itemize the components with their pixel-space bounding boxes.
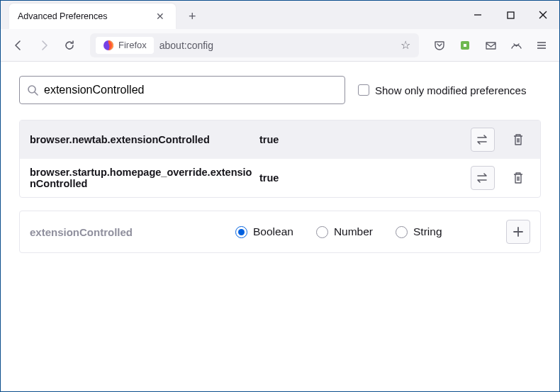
extension-icon: [459, 40, 471, 51]
tab-strip: Advanced Preferences ✕ +: [9, 1, 461, 29]
delete-button[interactable]: [506, 166, 530, 190]
preference-actions: [471, 128, 530, 152]
radio-label: Boolean: [253, 225, 293, 238]
radio-option-boolean[interactable]: Boolean: [235, 225, 293, 238]
preference-row[interactable]: browser.newtab.extensionControlled true: [20, 121, 540, 159]
radio-label: Number: [334, 225, 373, 238]
forward-button[interactable]: [33, 35, 55, 56]
inbox-button[interactable]: [480, 35, 501, 56]
svg-rect-6: [464, 44, 466, 47]
preference-value: true: [257, 134, 471, 145]
reload-button[interactable]: [59, 35, 80, 56]
toggle-button[interactable]: [471, 166, 495, 190]
account-icon: [510, 40, 522, 51]
search-input[interactable]: [44, 84, 337, 96]
about-config-content: Show only modified preferences browser.n…: [1, 62, 559, 267]
radio-option-number[interactable]: Number: [316, 225, 373, 238]
tab-title: Advanced Preferences: [18, 11, 107, 21]
radio-button[interactable]: [235, 226, 247, 238]
url-text: about:config: [159, 40, 398, 51]
back-icon: [13, 40, 24, 51]
url-bar[interactable]: Firefox about:config ☆: [90, 33, 419, 57]
browser-toolbar: Firefox about:config ☆: [1, 29, 559, 62]
new-tab-button[interactable]: +: [183, 6, 202, 27]
firefox-logo-icon: [103, 40, 114, 51]
delete-button[interactable]: [506, 128, 530, 152]
identity-box[interactable]: Firefox: [96, 37, 154, 54]
preference-row[interactable]: browser.startup.homepage_override.extens…: [20, 159, 540, 197]
trash-icon: [513, 172, 524, 184]
search-row: Show only modified preferences: [19, 76, 541, 104]
show-modified-text: Show only modified preferences: [375, 84, 526, 96]
show-modified-checkbox[interactable]: [358, 84, 369, 96]
search-icon: [27, 84, 38, 96]
browser-tab[interactable]: Advanced Preferences ✕: [9, 4, 176, 29]
back-button[interactable]: [8, 35, 29, 56]
maximize-icon: [507, 11, 515, 19]
window-titlebar: Advanced Preferences ✕ +: [1, 1, 559, 29]
plus-icon: [513, 226, 524, 237]
search-box[interactable]: [19, 76, 345, 104]
preferences-table: browser.newtab.extensionControlled true …: [19, 120, 541, 198]
radio-button[interactable]: [396, 226, 408, 238]
add-button[interactable]: [506, 220, 530, 244]
preference-value: true: [257, 172, 471, 184]
maximize-button[interactable]: [494, 1, 527, 29]
minimize-button[interactable]: [461, 1, 494, 29]
identity-label: Firefox: [118, 40, 147, 50]
trash-icon: [513, 133, 524, 146]
radio-option-string[interactable]: String: [396, 225, 442, 238]
bookmark-star-icon[interactable]: ☆: [398, 35, 413, 55]
pocket-button[interactable]: [429, 35, 450, 56]
close-tab-icon[interactable]: ✕: [153, 9, 167, 23]
extension-button[interactable]: [454, 35, 476, 56]
preference-actions: [471, 166, 530, 190]
account-button[interactable]: [505, 35, 527, 56]
pocket-icon: [434, 40, 445, 51]
hamburger-icon: [536, 40, 547, 51]
close-window-button[interactable]: [527, 1, 559, 29]
add-preference-row: extensionControlled Boolean Number Strin…: [19, 211, 541, 253]
toggle-button[interactable]: [471, 128, 495, 152]
close-icon: [539, 11, 547, 19]
reload-icon: [64, 40, 75, 51]
app-menu-button[interactable]: [531, 35, 552, 56]
type-radio-group: Boolean Number String: [235, 225, 506, 238]
show-modified-checkbox-label[interactable]: Show only modified preferences: [358, 84, 526, 96]
radio-label: String: [413, 225, 442, 238]
add-preference-name: extensionControlled: [30, 226, 235, 238]
preference-name: browser.startup.homepage_override.extens…: [30, 167, 257, 189]
toggle-icon: [476, 173, 489, 183]
preference-name: browser.newtab.extensionControlled: [30, 134, 257, 145]
svg-line-11: [35, 92, 38, 95]
window-controls: [461, 1, 559, 29]
inbox-icon: [485, 40, 497, 51]
radio-button[interactable]: [316, 226, 328, 238]
minimize-icon: [474, 11, 482, 19]
forward-icon: [38, 40, 50, 51]
svg-rect-1: [508, 12, 514, 18]
toggle-icon: [476, 135, 489, 145]
